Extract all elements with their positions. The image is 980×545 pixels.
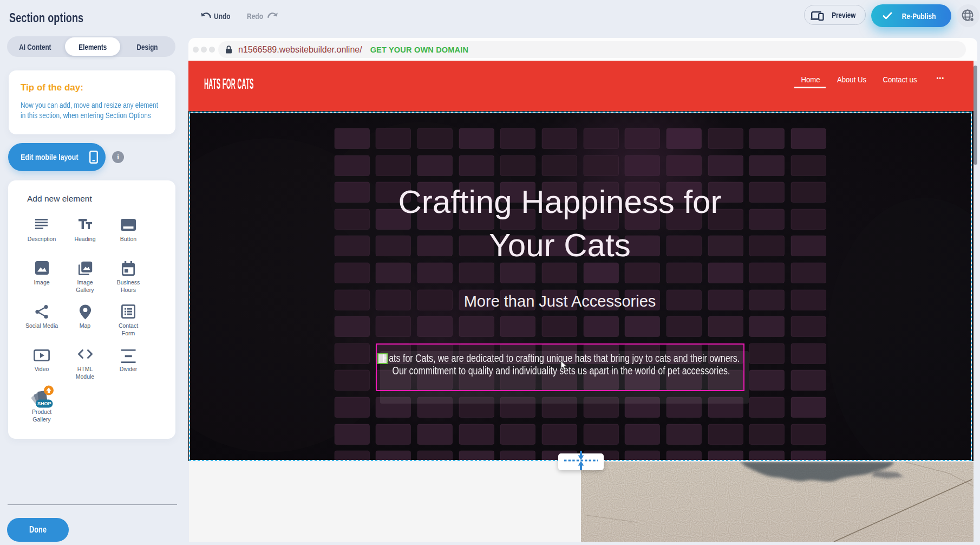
- svg-text:SHOP: SHOP: [37, 401, 51, 406]
